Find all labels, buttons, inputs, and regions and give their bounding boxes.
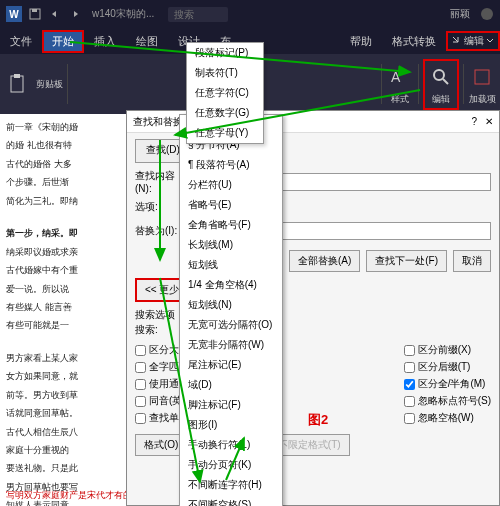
svg-rect-1 — [32, 9, 37, 12]
chk-punct[interactable]: 忽略标点符号(S) — [404, 394, 491, 408]
doc-name: w140宋朝的... — [92, 7, 154, 21]
svg-rect-4 — [14, 74, 20, 78]
clipboard-label: 剪贴板 — [36, 78, 63, 91]
document-body: 前一章《宋朝的婚的婚 礼也很有特古代的婚俗 大多 个步骤。后世渐简化为三礼。即纳… — [0, 114, 130, 506]
chk-space[interactable]: 忽略空格(W) — [404, 411, 491, 425]
figure-label: 图2 — [308, 411, 328, 429]
replace-all-button2[interactable]: 全部替换(A) — [289, 250, 360, 272]
paste-group[interactable] — [4, 70, 32, 98]
word-logo: W — [6, 6, 22, 22]
chk-fullhalf[interactable]: 区分全/半角(M) — [404, 377, 491, 391]
chk-prefix[interactable]: 区分前缀(X) — [404, 343, 491, 357]
styles-icon: A — [386, 63, 414, 91]
undo-icon[interactable] — [48, 7, 62, 21]
opts-label: 选项: — [135, 200, 183, 214]
find-label: 查找内容(N): — [135, 169, 183, 194]
search-icon — [427, 63, 455, 91]
svg-line-7 — [443, 79, 448, 84]
username[interactable]: 丽颖 — [450, 7, 470, 21]
tab-convert[interactable]: 格式转换 — [382, 30, 446, 53]
svg-point-6 — [434, 70, 444, 80]
edit-group[interactable]: 编辑 — [423, 59, 459, 110]
title-search-input[interactable] — [168, 7, 228, 22]
redo-icon[interactable] — [68, 7, 82, 21]
edit-dropdown[interactable]: 编辑 — [446, 31, 500, 51]
svg-rect-8 — [475, 70, 489, 84]
find-next-button[interactable]: 查找下一处(F) — [366, 250, 447, 272]
addin-icon — [468, 63, 496, 91]
help-icon[interactable]: ? — [471, 116, 477, 127]
paste-icon — [4, 70, 32, 98]
dialog-title: 查找和替换 — [133, 115, 183, 129]
tab-file[interactable]: 文件 — [0, 30, 42, 53]
close-icon[interactable]: ✕ — [485, 116, 493, 127]
tab-help[interactable]: 帮助 — [340, 30, 382, 53]
tab-insert[interactable]: 插入 — [84, 30, 126, 53]
svg-point-2 — [481, 8, 493, 20]
tab-home[interactable]: 开始 — [42, 30, 84, 53]
chk-suffix[interactable]: 区分后缀(T) — [404, 360, 491, 374]
styles-group[interactable]: A 样式 — [386, 63, 414, 106]
cancel-button[interactable]: 取消 — [453, 250, 491, 272]
special-format-menu: 脱字号(R) § 分节符(A) ¶ 段落符号(A) 分栏符(U) 省略号(E) … — [179, 114, 283, 506]
tab-draw[interactable]: 绘图 — [126, 30, 168, 53]
svg-text:A: A — [391, 69, 401, 85]
addin-group[interactable]: 加载项 — [468, 63, 496, 106]
replace-label: 替换为(I): — [135, 224, 183, 238]
user-avatar-icon[interactable] — [480, 7, 494, 21]
special-submenu-top: 段落标记(P) 制表符(T) 任意字符(C) 任意数字(G) 任意字母(Y) — [186, 42, 264, 144]
save-icon[interactable] — [28, 7, 42, 21]
svg-rect-3 — [11, 76, 23, 92]
